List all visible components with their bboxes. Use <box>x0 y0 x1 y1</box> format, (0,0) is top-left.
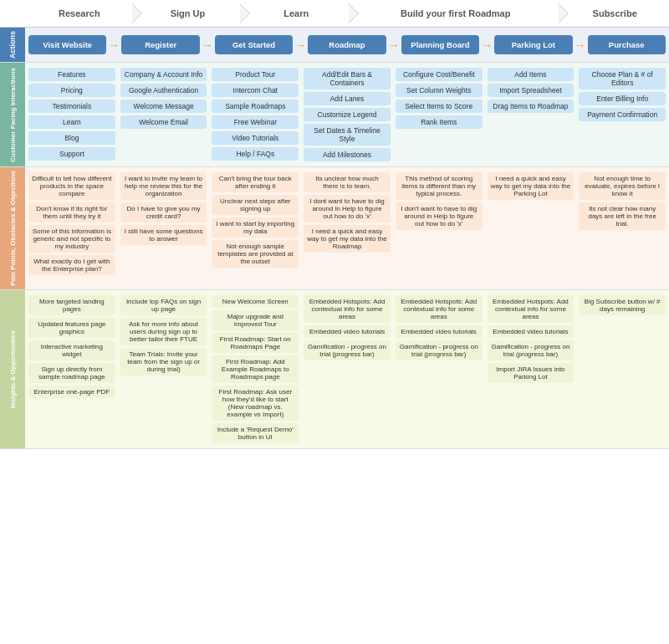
insight-item: Interactive marketing widget <box>28 340 115 360</box>
insight-item: Embedded video tutorials <box>304 325 391 338</box>
customer-col-roadmap: Add/Edit Bars & Containers Add Lanes Cus… <box>302 66 392 163</box>
customer-col-signup: Company & Account Info Google Authentica… <box>119 66 209 163</box>
insight-item: Include top FAQs on sign up page <box>120 295 207 315</box>
customer-item: Rank Items <box>396 115 483 129</box>
stage-build: Build your first Roadmap <box>350 0 560 27</box>
pain-item: Do I have to give you my credit card? <box>120 202 207 222</box>
insight-item: First Roadmap: Ask user how they'd like … <box>212 386 299 421</box>
action-arrow-5: → <box>481 38 493 52</box>
pain-col-2: Can't bring the tour back after ending i… <box>210 171 300 286</box>
insights-cells: More targeted landing pages Updated feat… <box>25 290 669 448</box>
insight-item: Updated features page graphics <box>28 318 115 338</box>
action-get-started: Get Started <box>215 35 293 54</box>
pain-col-5: I need a quick and easy way to get my da… <box>486 171 576 286</box>
pain-item: I want to invite my team to help me revi… <box>120 172 207 200</box>
customer-col-subscribe: Choose Plan & # of Editors Enter Billing… <box>577 66 667 163</box>
insights-col-6: Big Subscribe button w/ # days remaining <box>577 294 667 445</box>
action-roadmap: Roadmap <box>308 35 386 54</box>
customer-item: Add Milestones <box>304 148 391 161</box>
customer-item: Features <box>28 68 115 81</box>
customer-item: Enter Billing Info <box>579 92 666 105</box>
insight-item: Embedded Hotspots: Add contextual info f… <box>488 295 575 323</box>
insight-item: Gamification - progress on trial (progre… <box>304 340 391 360</box>
pain-col-6: Not enough time to evaluate, expires bef… <box>577 171 667 286</box>
pain-item: Its unclear how much there is to learn. <box>304 172 391 192</box>
actions-section: Actions Visit Website → Register → Get S… <box>0 28 669 63</box>
action-parking-lot: Parking Lot <box>494 35 572 54</box>
insights-col-2: New Welcome Screen Major upgrade and Imp… <box>210 294 300 445</box>
stage-learn: Learn <box>242 0 350 27</box>
actions-label: Actions <box>0 28 25 62</box>
customer-item: Select Items to Score <box>396 100 483 113</box>
journey-map: Research Sign Up Learn Build your first … <box>0 0 669 449</box>
customer-item: Drag Items to Roadmap <box>488 100 575 113</box>
insights-label: Insights & Opportunities <box>0 290 25 448</box>
pain-col-0: Difficult to tell how different products… <box>27 171 117 286</box>
insight-item: Include a 'Request Demo' button in UI <box>212 423 299 443</box>
customer-item: Welcome Email <box>120 115 207 129</box>
insight-item: New Welcome Screen <box>212 295 299 308</box>
insight-item: Sign up directly from sample roadmap pag… <box>28 363 115 383</box>
action-arrow-2: → <box>202 38 213 52</box>
pain-item: I still have some questions to answer <box>120 225 207 245</box>
pain-item: Difficult to tell how different products… <box>28 172 115 200</box>
customer-item: Video Tutorials <box>212 131 299 145</box>
pain-item: I need a quick and easy way to get my da… <box>304 225 391 253</box>
customer-col-learn: Product Tour Intercom Chat Sample Roadma… <box>210 66 300 163</box>
customer-item: Intercom Chat <box>212 84 299 97</box>
insight-item: Enterprise one-page PDF <box>28 386 115 398</box>
pain-col-1: I want to invite my team to help me revi… <box>119 171 209 286</box>
customer-item: Customize Legend <box>304 108 391 121</box>
pain-cells: Difficult to tell how different products… <box>25 167 669 289</box>
insight-item: Gamification - progress on trial (progre… <box>488 340 575 360</box>
pain-section: Pain Points, Obstacles & Objections Diff… <box>0 167 669 290</box>
customer-col-planning: Configure Cost/Benefit Set Column Weight… <box>394 66 484 163</box>
actions-cells: Visit Website → Register → Get Started →… <box>25 28 669 62</box>
customer-item: Configure Cost/Benefit <box>396 68 483 81</box>
customer-item: Add Lanes <box>304 92 391 105</box>
pain-item: What exactly do I get with the Enterpris… <box>28 255 115 275</box>
stage-signup: Sign Up <box>134 0 243 27</box>
insight-item: Gamification - progress on trial (progre… <box>396 340 483 360</box>
customer-item: Support <box>28 147 115 161</box>
customer-item: Pricing <box>28 84 115 97</box>
insight-item: Import JIRA Issues into Parking Lot <box>488 363 575 383</box>
customer-col-research: Features Pricing Testimonials Learn Blog… <box>27 66 117 163</box>
customer-item: Set Dates & Timeline Style <box>304 124 391 146</box>
customer-item: Company & Account Info <box>120 68 207 81</box>
pain-item: I dont want to have to dig around in Hel… <box>304 195 391 222</box>
insight-item: Embedded Hotspots: Add contextual info f… <box>396 295 483 323</box>
insight-item: More targeted landing pages <box>28 295 115 315</box>
customer-section: Customer Facing Interactions Features Pr… <box>0 63 669 167</box>
insight-item: Embedded video tutorials <box>488 325 575 338</box>
insights-col-5: Embedded Hotspots: Add contextual info f… <box>486 294 576 445</box>
customer-item: Choose Plan & # of Editors <box>579 68 666 89</box>
insight-item: First Roadmap: Start on Roadmaps Page <box>212 333 299 353</box>
customer-item: Help / FAQs <box>212 147 299 161</box>
pain-col-4: This method of scoring items is differen… <box>394 171 484 286</box>
pain-item: I want to start by importing my data <box>212 217 299 238</box>
insights-col-1: Include top FAQs on sign up page Ask for… <box>119 294 209 445</box>
pain-item: Its not clear how many days are left in … <box>579 202 666 230</box>
pain-item: I need a quick and easy way to get my da… <box>488 172 575 200</box>
action-arrow-4: → <box>388 38 400 52</box>
customer-item: Payment Confirmation <box>579 108 666 121</box>
customer-item: Product Tour <box>212 68 299 81</box>
stage-arrow-3-inner <box>349 4 358 23</box>
pain-item: I don't want to have to dig around in He… <box>396 202 483 230</box>
action-purchase: Purchase <box>588 35 666 54</box>
pain-item: Not enough time to evaluate, expires bef… <box>579 172 666 200</box>
insight-item: Embedded video tutorials <box>396 325 483 338</box>
stage-arrow-4-inner <box>559 4 568 23</box>
insight-item: Team Trials: Invite your team from the s… <box>120 348 207 376</box>
customer-item: Add/Edit Bars & Containers <box>304 68 391 89</box>
pain-item: Unclear next steps after signing up <box>212 195 299 215</box>
pain-col-3: Its unclear how much there is to learn. … <box>302 171 392 286</box>
insights-col-4: Embedded Hotspots: Add contextual info f… <box>394 294 484 445</box>
customer-item: Sample Roadmaps <box>212 100 299 113</box>
customer-item: Welcome Message <box>120 100 207 113</box>
customer-label: Customer Facing Interactions <box>0 63 25 166</box>
customer-item: Set Column Weights <box>396 84 483 97</box>
pain-item: Not enough sample templates are provided… <box>212 240 299 268</box>
action-visit-website: Visit Website <box>28 35 106 54</box>
